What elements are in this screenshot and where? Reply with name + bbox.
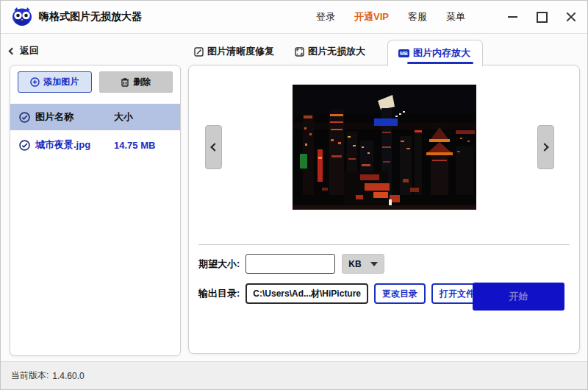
content-area: 返回 添加图片 <box>1 35 587 361</box>
tab-clarity-repair[interactable]: 图片清晰度修复 <box>190 40 279 65</box>
city-night-preview-image <box>293 85 476 210</box>
desired-size-input[interactable] <box>245 254 335 274</box>
close-icon[interactable] <box>565 11 577 23</box>
output-dir-row: 输出目录: C:\Users\Ad...材\HiPicture 更改目录 打开文… <box>198 283 492 304</box>
file-list-item[interactable]: 城市夜景.jpg 14.75 MB <box>10 130 180 160</box>
menu-link[interactable]: 菜单 <box>446 10 465 24</box>
app-title: 嗨格式图片无损放大器 <box>39 10 142 24</box>
change-dir-button[interactable]: 更改目录 <box>374 283 426 304</box>
active-tab-underline <box>407 62 473 64</box>
delete-button[interactable]: 删除 <box>99 71 173 93</box>
file-size: 14.75 MB <box>114 140 171 151</box>
image-carousel <box>189 85 579 210</box>
file-list-panel: 添加图片 删除 <box>10 65 181 356</box>
header-name-label: 图片名称 <box>35 110 74 124</box>
select-all-check-icon[interactable] <box>19 112 30 123</box>
sidebar: 返回 添加图片 <box>10 43 181 356</box>
back-button[interactable]: 返回 <box>10 43 181 58</box>
window-controls <box>506 11 577 23</box>
titlebar: 嗨格式图片无损放大器 登录 开通VIP 客服 菜单 <box>1 1 587 34</box>
support-link[interactable]: 客服 <box>408 10 427 24</box>
file-check-icon[interactable] <box>19 140 30 151</box>
version-value: 1.4.60.0 <box>52 371 84 381</box>
tab-label: 图片清晰度修复 <box>207 45 274 58</box>
desired-size-label: 期望大小: <box>198 258 240 271</box>
memory-enlarge-panel: 期望大小: KB 输出目录: C:\Users\Ad...材\HiPicture… <box>188 65 580 354</box>
chevron-left-icon <box>210 143 218 151</box>
tab-bar: 图片清晰度修复 图片无损放大 MB 图片内存放大 <box>188 39 580 65</box>
status-bar: 当前版本: 1.4.60.0 <box>1 361 587 389</box>
tab-label: 图片无损放大 <box>308 45 365 58</box>
tab-label: 图片内存放大 <box>413 46 470 60</box>
add-image-label: 添加图片 <box>43 76 79 88</box>
form-divider <box>198 244 570 245</box>
file-actions: 添加图片 删除 <box>10 65 180 100</box>
tab-lossless-enlarge[interactable]: 图片无损放大 <box>290 40 370 65</box>
next-image-button[interactable] <box>537 125 554 169</box>
file-list-header: 图片名称 大小 <box>10 104 180 130</box>
vip-link[interactable]: 开通VIP <box>354 10 389 24</box>
memory-enlarge-icon: MB <box>398 49 409 57</box>
tab-memory-enlarge[interactable]: MB 图片内存放大 <box>387 40 483 66</box>
maximize-icon[interactable] <box>536 11 548 23</box>
delete-label: 删除 <box>133 76 151 88</box>
back-chevron-icon <box>9 47 16 54</box>
login-link[interactable]: 登录 <box>316 10 335 24</box>
clarity-repair-icon <box>194 47 204 57</box>
start-button[interactable]: 开始 <box>473 283 564 311</box>
titlebar-menu: 登录 开通VIP 客服 菜单 <box>316 10 577 24</box>
lossless-enlarge-icon <box>295 47 304 57</box>
version-label: 当前版本: <box>11 369 49 382</box>
owl-logo-icon <box>11 7 33 26</box>
minimize-icon[interactable] <box>506 11 518 23</box>
back-label: 返回 <box>20 44 39 57</box>
unit-dropdown[interactable]: KB <box>342 254 384 274</box>
add-image-button[interactable]: 添加图片 <box>18 71 92 93</box>
main-area: 图片清晰度修复 图片无损放大 MB 图片内存放大 <box>188 39 580 358</box>
output-path-display: C:\Users\Ad...材\HiPicture <box>245 283 368 304</box>
chevron-right-icon <box>540 143 548 151</box>
app-window: 嗨格式图片无损放大器 登录 开通VIP 客服 菜单 返回 <box>0 0 588 390</box>
desired-size-row: 期望大小: KB <box>198 254 384 274</box>
prev-image-button[interactable] <box>205 125 222 169</box>
trash-icon <box>121 77 129 87</box>
output-dir-label: 输出目录: <box>198 287 240 300</box>
header-size-label: 大小 <box>114 110 171 124</box>
unit-value: KB <box>348 259 361 269</box>
chevron-down-icon <box>370 262 378 266</box>
file-name: 城市夜景.jpg <box>35 138 90 152</box>
plus-circle-icon <box>30 77 40 87</box>
